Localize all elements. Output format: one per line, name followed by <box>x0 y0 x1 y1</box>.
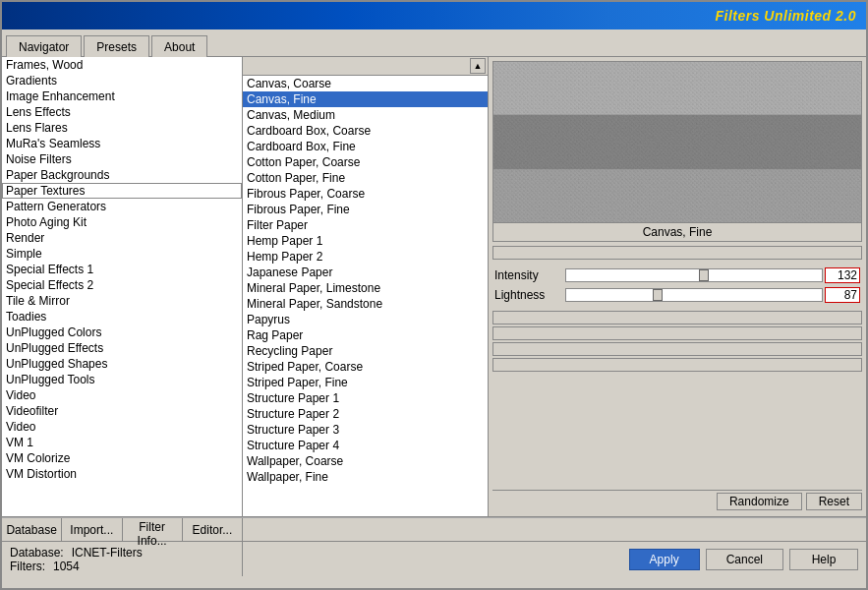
tab-about[interactable]: About <box>151 35 207 57</box>
randomize-button[interactable]: Randomize <box>717 493 802 510</box>
filter-item[interactable]: Mineral Paper, Limestone <box>243 280 488 296</box>
left-panel: Frames, WoodGradientsImage EnhancementLe… <box>2 57 243 516</box>
import-button[interactable]: Import... <box>62 518 122 541</box>
lightness-value: 87 <box>825 287 860 303</box>
category-item[interactable]: MuRa's Seamless <box>2 136 242 151</box>
filter-item[interactable]: Cardboard Box, Coarse <box>243 123 488 139</box>
category-item[interactable]: Video <box>2 387 242 403</box>
category-item[interactable]: UnPlugged Effects <box>2 340 242 356</box>
preview-label: Canvas, Fine <box>493 222 861 241</box>
category-item[interactable]: Video <box>2 419 242 435</box>
tab-navigator[interactable]: Navigator <box>6 35 82 57</box>
filter-item[interactable]: Cotton Paper, Coarse <box>243 154 488 170</box>
lightness-row: Lightness 87 <box>494 287 860 303</box>
filter-item[interactable]: Striped Paper, Coarse <box>243 359 488 375</box>
app-title: Filters Unlimited 2.0 <box>715 8 856 24</box>
apply-button[interactable]: Apply <box>629 549 700 570</box>
category-item[interactable]: VM 1 <box>2 435 242 450</box>
filter-item[interactable]: Rag Paper <box>243 327 488 343</box>
lightness-label: Lightness <box>494 288 563 302</box>
filter-item[interactable]: Cotton Paper, Fine <box>243 170 488 186</box>
category-item[interactable]: Simple <box>2 246 242 262</box>
category-item[interactable]: Pattern Generators <box>2 199 242 214</box>
category-item[interactable]: Frames, Wood <box>2 57 242 73</box>
category-item[interactable]: Videofilter <box>2 403 242 419</box>
filter-item[interactable]: Canvas, Coarse <box>243 76 488 91</box>
help-button[interactable]: Help <box>789 549 858 570</box>
filter-item[interactable]: Hemp Paper 2 <box>243 249 488 265</box>
filter-item[interactable]: Cardboard Box, Fine <box>243 139 488 154</box>
category-item[interactable]: Toadies <box>2 309 242 324</box>
lightness-track[interactable] <box>565 288 823 302</box>
filter-item[interactable]: Structure Paper 2 <box>243 406 488 422</box>
category-item[interactable]: Noise Filters <box>2 151 242 167</box>
main-content: Frames, WoodGradientsImage EnhancementLe… <box>2 57 866 517</box>
lightness-thumb[interactable] <box>653 289 663 301</box>
blank-area <box>492 311 862 490</box>
category-item[interactable]: Lens Effects <box>2 104 242 120</box>
category-item[interactable]: UnPlugged Tools <box>2 372 242 387</box>
category-item[interactable]: Tile & Mirror <box>2 293 242 309</box>
editor-button[interactable]: Editor... <box>183 518 242 541</box>
middle-panel: ▲ Canvas, CoarseCanvas, FineCanvas, Medi… <box>243 57 489 516</box>
intensity-label: Intensity <box>494 268 563 282</box>
category-item[interactable]: UnPlugged Colors <box>2 324 242 340</box>
preview-area: Canvas, Fine <box>492 61 862 242</box>
category-item[interactable]: VM Distortion <box>2 466 242 482</box>
intensity-thumb[interactable] <box>699 269 709 281</box>
filter-item[interactable]: Structure Paper 1 <box>243 390 488 406</box>
category-item[interactable]: Lens Flares <box>2 120 242 136</box>
filter-item[interactable]: Japanese Paper <box>243 265 488 280</box>
filter-info-button[interactable]: Filter Info... <box>123 518 183 541</box>
left-toolbar-area: Database Import... Filter Info... Editor… <box>2 518 243 541</box>
filter-item[interactable]: Fibrous Paper, Fine <box>243 202 488 217</box>
tab-presets[interactable]: Presets <box>84 35 149 57</box>
slider-area: Intensity 132 Lightness 87 <box>492 264 862 311</box>
bottom-row: Database: ICNET-Filters Filters: 1054 Ap… <box>2 541 866 576</box>
filter-item[interactable]: Papyrus <box>243 312 488 327</box>
tab-bar: Navigator Presets About <box>2 30 866 57</box>
filter-item[interactable]: Recycling Paper <box>243 343 488 359</box>
filter-item[interactable]: Mineral Paper, Sandstone <box>243 296 488 312</box>
category-item[interactable]: Gradients <box>2 73 242 88</box>
category-item[interactable]: Special Effects 1 <box>2 262 242 277</box>
filter-item[interactable]: Fibrous Paper, Coarse <box>243 186 488 202</box>
database-value: ICNET-Filters <box>72 546 143 560</box>
action-section: Apply Cancel Help <box>243 542 866 576</box>
filter-item[interactable]: Filter Paper <box>243 217 488 233</box>
database-label: Database: <box>10 546 64 560</box>
scroll-up-button[interactable]: ▲ <box>470 58 486 74</box>
category-item[interactable]: Paper Backgrounds <box>2 167 242 183</box>
category-list[interactable]: Frames, WoodGradientsImage EnhancementLe… <box>2 57 242 516</box>
filter-item[interactable]: Structure Paper 4 <box>243 438 488 453</box>
title-bar: Filters Unlimited 2.0 <box>2 2 866 30</box>
reset-button[interactable]: Reset <box>806 493 862 510</box>
database-status: Database: ICNET-Filters <box>10 546 234 560</box>
filter-item[interactable]: Canvas, Medium <box>243 107 488 123</box>
cancel-button[interactable]: Cancel <box>706 549 783 570</box>
filters-label: Filters: <box>10 560 45 573</box>
filter-list[interactable]: Canvas, CoarseCanvas, FineCanvas, Medium… <box>243 76 488 516</box>
database-button[interactable]: Database <box>2 518 62 541</box>
filter-item[interactable]: Structure Paper 3 <box>243 422 488 438</box>
category-item[interactable]: Paper Textures <box>2 183 242 199</box>
category-item[interactable]: Photo Aging Kit <box>2 214 242 230</box>
category-item[interactable]: VM Colorize <box>2 450 242 466</box>
filters-value: 1054 <box>53 560 80 573</box>
category-item[interactable]: Image Enhancement <box>2 88 242 104</box>
right-panel: Canvas, Fine Intensity 132 Lightness 87 <box>489 57 866 516</box>
filter-item[interactable]: Wallpaper, Fine <box>243 469 488 485</box>
filter-item[interactable]: Striped Paper, Fine <box>243 375 488 390</box>
filter-item[interactable]: Hemp Paper 1 <box>243 233 488 249</box>
intensity-value: 132 <box>825 267 860 283</box>
intensity-track[interactable] <box>565 268 823 282</box>
svg-rect-11 <box>493 62 861 222</box>
right-toolbar: Randomize Reset <box>492 490 862 512</box>
category-item[interactable]: Special Effects 2 <box>2 277 242 293</box>
filter-item[interactable]: Wallpaper, Coarse <box>243 453 488 469</box>
intensity-row: Intensity 132 <box>494 267 860 283</box>
texture-preview <box>493 62 861 222</box>
category-item[interactable]: UnPlugged Shapes <box>2 356 242 372</box>
filter-item[interactable]: Canvas, Fine <box>243 91 488 107</box>
category-item[interactable]: Render <box>2 230 242 246</box>
